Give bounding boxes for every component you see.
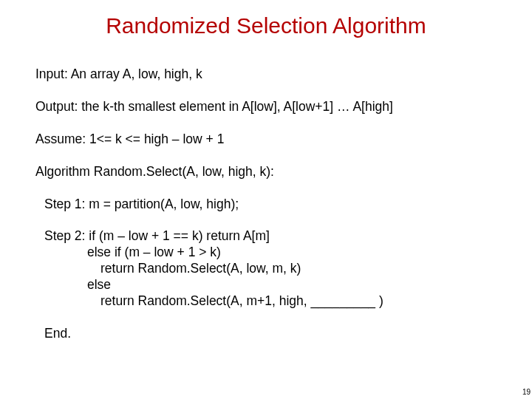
step-2-block: Step 2: if (m – low + 1 == k) return A[m…: [35, 228, 501, 309]
input-line: Input: An array A, low, high, k: [35, 66, 501, 83]
step-2-line-4: else: [35, 277, 501, 293]
assume-line: Assume: 1<= k <= high – low + 1: [35, 132, 501, 148]
slide-title: Randomized Selection Algorithm: [0, 13, 532, 38]
step-2-line-5: return Random.Select(A, m+1, high, _____…: [35, 293, 501, 310]
step-1: Step 1: m = partition(A, low, high);: [35, 197, 501, 213]
end-line: End.: [35, 326, 501, 342]
page-number: 19: [522, 388, 531, 396]
slide-body: Input: An array A, low, high, k Output: …: [35, 66, 501, 358]
slide: Randomized Selection Algorithm Input: An…: [0, 0, 532, 399]
step-2-line-2: else if (m – low + 1 > k): [35, 245, 501, 261]
output-line: Output: the k-th smallest element in A[l…: [35, 99, 501, 115]
step-2-line-1: Step 2: if (m – low + 1 == k) return A[m…: [35, 228, 501, 245]
step-2-line-3: return Random.Select(A, low, m, k): [35, 261, 501, 277]
algorithm-header: Algorithm Random.Select(A, low, high, k)…: [35, 164, 501, 180]
